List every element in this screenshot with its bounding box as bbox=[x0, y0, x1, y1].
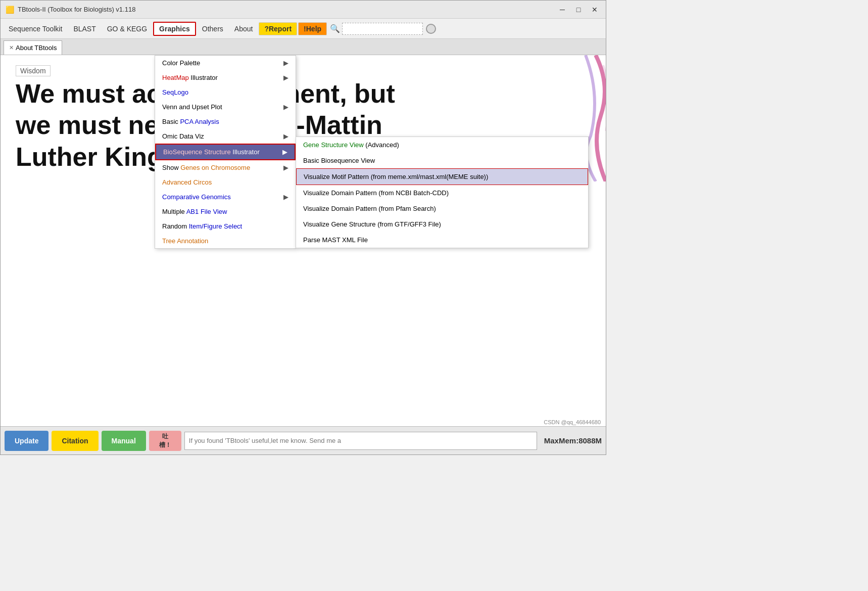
pca-label: Basic PCA Analysis bbox=[162, 118, 219, 125]
content-area: Wisdom We must acce…pointment, but we mu… bbox=[1, 55, 606, 426]
biosequence-submenu: Gene Structure View (Advanced) Basic Bio… bbox=[296, 137, 589, 248]
menu-report[interactable]: ?Report bbox=[259, 22, 297, 35]
menu-multiple-ab1[interactable]: Multiple AB1 File View bbox=[155, 204, 296, 219]
tree-label: Tree Annotation bbox=[162, 237, 208, 245]
menu-omic-data-viz[interactable]: Omic Data Viz ▶ bbox=[155, 129, 296, 144]
menu-show-genes[interactable]: Show Genes on Chromosome ▶ bbox=[155, 160, 296, 175]
radio-circle[interactable] bbox=[426, 24, 436, 34]
submenu-gene-structure-view[interactable]: Gene Structure View (Advanced) bbox=[296, 137, 588, 153]
menu-basic-pca[interactable]: Basic PCA Analysis bbox=[155, 114, 296, 129]
title-bar: 🟨 TBtools-II (Toolbox for Biologists) v1… bbox=[1, 1, 606, 19]
heatmap-arrow: ▶ bbox=[283, 74, 288, 81]
color-palette-label: Color Palette bbox=[162, 59, 200, 67]
title-bar-text: TBtools-II (Toolbox for Biologists) v1.1… bbox=[18, 6, 555, 13]
menu-others[interactable]: Others bbox=[197, 23, 228, 35]
menu-comparative-genomics[interactable]: Comparative Genomics ▶ bbox=[155, 190, 296, 204]
menu-about[interactable]: About bbox=[229, 23, 258, 35]
submenu-visualize-gene-structure[interactable]: Visualize Gene Structure (from GTF/GFF3 … bbox=[296, 216, 588, 232]
random-label: Random Item/Figure Select bbox=[162, 222, 242, 230]
menu-random-item[interactable]: Random Item/Figure Select bbox=[155, 219, 296, 234]
visualize-motif-label: Visualize Motif Pattern (from meme.xml/m… bbox=[304, 173, 488, 180]
submenu-visualize-domain-ncbi[interactable]: Visualize Domain Pattern (from NCBI Batc… bbox=[296, 185, 588, 201]
title-bar-buttons: ─ □ ✕ bbox=[555, 4, 602, 15]
menu-biosequence-structure[interactable]: BioSequence Structure Illustrator ▶ bbox=[155, 144, 296, 160]
comparative-arrow: ▶ bbox=[283, 193, 288, 201]
menu-advanced-circos[interactable]: Advanced Circos bbox=[155, 175, 296, 190]
maxmem-label: MaxMem:8088M bbox=[544, 436, 602, 445]
watermark: CSDN @qq_46844680 bbox=[544, 419, 601, 425]
tab-label: About TBtools bbox=[16, 44, 57, 52]
menu-help[interactable]: !Help bbox=[298, 22, 327, 35]
feedback-input[interactable] bbox=[184, 432, 537, 450]
seqlogo-label: SeqLogo bbox=[162, 88, 188, 96]
minimize-button[interactable]: ─ bbox=[555, 4, 569, 15]
submenu-visualize-domain-pfam[interactable]: Visualize Domain Pattern (from Pfam Sear… bbox=[296, 201, 588, 216]
gene-structure-suffix: (Advanced) bbox=[365, 141, 399, 149]
submenu-visualize-motif[interactable]: Visualize Motif Pattern (from meme.xml/m… bbox=[296, 168, 588, 185]
menu-tree-annotation[interactable]: Tree Annotation bbox=[155, 234, 296, 248]
menu-graphics[interactable]: Graphics bbox=[153, 22, 196, 36]
visualize-domain-pfam-label: Visualize Domain Pattern (from Pfam Sear… bbox=[303, 205, 436, 212]
wisdom-label: Wisdom bbox=[16, 65, 51, 76]
biosequence-label: BioSequence Structure Illustrator bbox=[163, 148, 260, 156]
menu-color-palette[interactable]: Color Palette ▶ bbox=[155, 56, 296, 70]
search-area: 🔍 bbox=[330, 23, 436, 35]
menu-blast[interactable]: BLAST bbox=[68, 23, 101, 35]
maximize-button[interactable]: □ bbox=[571, 4, 586, 15]
show-genes-arrow: ▶ bbox=[283, 164, 288, 171]
heatmap-label: HeatMap Illustrator bbox=[162, 74, 218, 81]
visualize-domain-ncbi-label: Visualize Domain Pattern (from NCBI Batc… bbox=[303, 189, 449, 197]
comparative-label: Comparative Genomics bbox=[162, 193, 231, 201]
search-input[interactable] bbox=[342, 23, 423, 35]
venn-arrow: ▶ bbox=[283, 103, 288, 111]
menu-go-kegg[interactable]: GO & KEGG bbox=[102, 23, 152, 35]
menu-seqlogo[interactable]: SeqLogo bbox=[155, 85, 296, 100]
color-palette-arrow: ▶ bbox=[283, 59, 288, 67]
gene-structure-label: Gene Structure View bbox=[303, 141, 364, 149]
submenu-parse-mast[interactable]: Parse MAST XML File bbox=[296, 232, 588, 248]
menu-sequence-toolkit[interactable]: Sequence Toolkit bbox=[4, 23, 67, 35]
show-genes-label: Show Genes on Chromosome bbox=[162, 164, 250, 171]
menu-bar: Sequence Toolkit BLAST GO & KEGG Graphic… bbox=[1, 19, 606, 39]
basic-biosequence-label: Basic Biosequence View bbox=[303, 157, 375, 164]
venn-label: Venn and Upset Plot bbox=[162, 103, 222, 111]
close-button[interactable]: ✕ bbox=[588, 4, 602, 15]
menu-venn-upset[interactable]: Venn and Upset Plot ▶ bbox=[155, 100, 296, 114]
biosequence-arrow: ▶ bbox=[282, 148, 287, 156]
visualize-gene-structure-label: Visualize Gene Structure (from GTF/GFF3 … bbox=[303, 220, 441, 228]
citation-button[interactable]: Citation bbox=[52, 431, 98, 451]
submenu-basic-biosequence[interactable]: Basic Biosequence View bbox=[296, 153, 588, 168]
omic-arrow: ▶ bbox=[283, 132, 288, 140]
update-button[interactable]: Update bbox=[5, 431, 49, 451]
circos-label: Advanced Circos bbox=[162, 178, 212, 186]
graphics-dropdown-menu: Color Palette ▶ HeatMap Illustrator ▶ Se… bbox=[155, 55, 296, 249]
tab-close-icon[interactable]: ✕ bbox=[9, 44, 14, 51]
app-icon: 🟨 bbox=[5, 5, 15, 15]
bottom-bar: Update Citation Manual 吐 槽！ MaxMem:8088M bbox=[1, 426, 606, 454]
ab1-label: Multiple AB1 File View bbox=[162, 208, 227, 215]
special-button[interactable]: 吐 槽！ bbox=[149, 431, 181, 451]
tab-bar: ✕ About TBtools bbox=[1, 39, 606, 55]
manual-button[interactable]: Manual bbox=[102, 431, 146, 451]
menu-heatmap[interactable]: HeatMap Illustrator ▶ bbox=[155, 70, 296, 85]
omic-label: Omic Data Viz bbox=[162, 132, 204, 140]
parse-mast-label: Parse MAST XML File bbox=[303, 236, 368, 244]
main-window: 🟨 TBtools-II (Toolbox for Biologists) v1… bbox=[0, 0, 606, 455]
tab-about-tbtools[interactable]: ✕ About TBtools bbox=[4, 40, 62, 55]
search-icon[interactable]: 🔍 bbox=[330, 24, 340, 33]
